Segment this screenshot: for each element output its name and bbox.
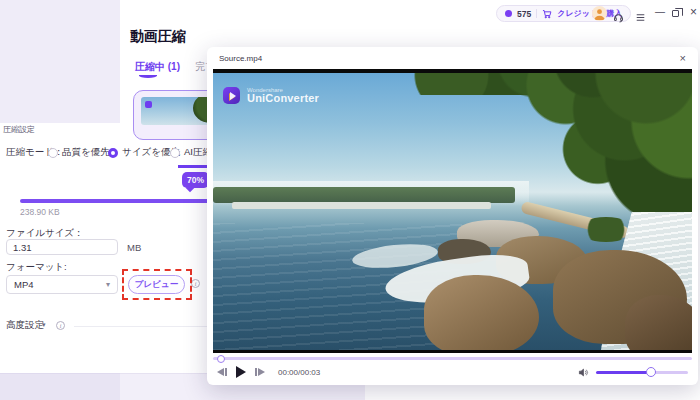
play-button[interactable] bbox=[236, 366, 246, 378]
next-frame-icon bbox=[258, 368, 265, 376]
divider bbox=[536, 9, 537, 18]
modal-titlebar: Source.mp4 × bbox=[207, 47, 698, 69]
format-dropdown[interactable]: MP4 ▾ bbox=[6, 275, 118, 294]
file-size-unit: MB bbox=[127, 242, 141, 253]
thumbnail-watermark-icon bbox=[145, 101, 152, 108]
format-label: フォーマット: bbox=[6, 261, 67, 274]
advanced-info-icon[interactable]: i bbox=[56, 321, 65, 330]
task-progress-bar bbox=[178, 165, 209, 168]
volume-slider[interactable] bbox=[596, 371, 688, 374]
chevron-down-icon: ▾ bbox=[106, 280, 110, 289]
page-title: 動画圧縮 bbox=[130, 28, 186, 46]
support-button[interactable] bbox=[613, 9, 624, 27]
close-window-button[interactable]: × bbox=[690, 7, 697, 18]
volume-controls bbox=[578, 367, 688, 378]
file-size-input[interactable]: 1.31 bbox=[6, 239, 118, 255]
preview-info-icon[interactable]: i bbox=[191, 279, 200, 288]
minimize-button[interactable]: — bbox=[655, 6, 665, 17]
rock bbox=[424, 275, 539, 350]
watermark-logo-icon bbox=[223, 87, 240, 104]
previous-frame-button[interactable] bbox=[217, 368, 227, 376]
next-frame-button[interactable] bbox=[255, 368, 265, 376]
video-watermark: Wondershare UniConverter bbox=[223, 87, 319, 104]
restore-icon bbox=[672, 10, 679, 17]
credits-pill[interactable]: 575 クレジットを購入 bbox=[496, 5, 631, 22]
tab-compressing[interactable]: 圧縮中 (1) bbox=[135, 60, 180, 74]
volume-knob[interactable] bbox=[646, 367, 656, 377]
settings-panel-title: 圧縮設定 bbox=[3, 124, 35, 135]
shrub bbox=[577, 217, 634, 242]
player-controls: 00:00/00:03 bbox=[207, 361, 698, 383]
radio-size-priority[interactable] bbox=[108, 148, 118, 158]
prev-frame-bar bbox=[225, 368, 227, 376]
volume-icon[interactable] bbox=[578, 367, 589, 378]
radio-label-quality[interactable]: 品質を優先 bbox=[62, 146, 110, 159]
divider bbox=[74, 326, 207, 327]
person-icon bbox=[592, 6, 607, 21]
task-list-button[interactable] bbox=[635, 9, 646, 27]
advanced-settings-toggle[interactable]: 高度設定 bbox=[6, 319, 44, 332]
video-frame: Wondershare UniConverter bbox=[213, 73, 692, 350]
footer-sidebar-strip bbox=[0, 373, 120, 400]
modal-title: Source.mp4 bbox=[219, 54, 262, 63]
chevron-down-icon: ▾ bbox=[42, 321, 46, 329]
slider-tooltip-value: 70% bbox=[187, 175, 204, 185]
prev-frame-icon bbox=[217, 368, 224, 376]
user-avatar[interactable] bbox=[592, 6, 607, 21]
preview-modal: Source.mp4 × Wondershare bbox=[207, 47, 698, 385]
playback-time: 00:00/00:03 bbox=[278, 368, 320, 377]
compressed-size-readout: 238.90 KB bbox=[20, 207, 60, 217]
headset-icon bbox=[613, 12, 624, 23]
radio-ai-compress[interactable] bbox=[170, 148, 180, 158]
file-size-value: 1.31 bbox=[13, 242, 32, 253]
slider-tooltip: 70% bbox=[182, 172, 209, 188]
restore-window-button[interactable] bbox=[672, 8, 679, 17]
active-tab-underline bbox=[139, 73, 157, 78]
watermark-brand-bottom: UniConverter bbox=[247, 92, 319, 104]
sidebar bbox=[0, 0, 120, 123]
rock bbox=[625, 295, 692, 350]
credit-count: 575 bbox=[517, 9, 531, 19]
radio-quality-priority[interactable] bbox=[48, 148, 58, 158]
credit-coin-icon bbox=[505, 10, 512, 17]
playback-progress-bar[interactable] bbox=[213, 357, 692, 360]
tutorial-highlight-box bbox=[122, 269, 192, 300]
cart-icon bbox=[542, 9, 552, 19]
video-player[interactable]: Wondershare UniConverter bbox=[213, 69, 692, 353]
compression-slider[interactable] bbox=[20, 199, 209, 203]
close-icon[interactable]: × bbox=[680, 53, 686, 64]
format-value: MP4 bbox=[14, 279, 34, 290]
next-frame-bar bbox=[255, 368, 257, 376]
list-icon bbox=[635, 12, 646, 23]
